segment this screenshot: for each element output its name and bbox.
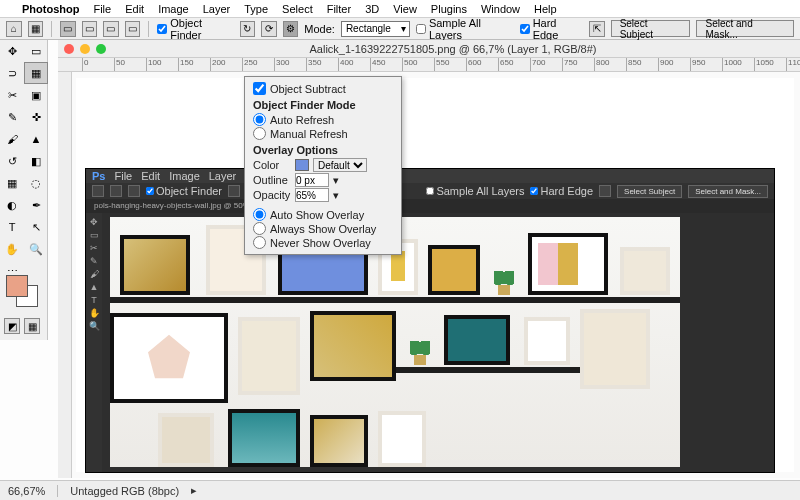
canvas[interactable]: Object Subtract Object Finder Mode Auto … [76,78,794,472]
menu-window[interactable]: Window [481,3,520,15]
menu-help[interactable]: Help [534,3,557,15]
ruler-tick: 450 [370,58,402,71]
marquee-tool-icon[interactable]: ▭ [24,40,48,62]
manual-refresh-radio[interactable]: Manual Refresh [253,127,393,140]
never-show-overlay-radio[interactable]: Never Show Overlay [253,236,393,249]
move-tool-icon[interactable]: ✥ [0,40,24,62]
horizontal-ruler: 0501001502002503003504004505005506006507… [58,58,800,72]
system-menubar: Photoshop File Edit Image Layer Type Sel… [0,0,800,18]
menu-filter[interactable]: Filter [327,3,351,15]
selection-subtract-icon[interactable]: ▭ [103,21,119,37]
dodge-tool-icon[interactable]: ◐ [0,194,24,216]
menu-select[interactable]: Select [282,3,313,15]
ruler-tick: 950 [690,58,722,71]
menu-3d[interactable]: 3D [365,3,379,15]
inner-tool-icon: T [89,295,99,305]
pen-tool-icon[interactable]: ✒ [24,194,48,216]
tool-preset-icon[interactable]: ▦ [28,21,44,37]
auto-show-overlay-radio[interactable]: Auto Show Overlay [253,208,393,221]
ruler-tick: 1000 [722,58,754,71]
eraser-tool-icon[interactable]: ◧ [24,150,48,172]
history-brush-icon[interactable]: ↺ [0,150,24,172]
quickmask-icon[interactable]: ◩ [4,318,20,334]
select-and-mask-button[interactable]: Select and Mask... [696,20,794,37]
menu-edit[interactable]: Edit [125,3,144,15]
chevron-down-icon[interactable]: ▾ [333,189,339,202]
menu-plugins[interactable]: Plugins [431,3,467,15]
screenmode-icon[interactable]: ▦ [24,318,40,334]
inner-export-icon [599,185,611,197]
selection-new-icon[interactable]: ▭ [60,21,76,37]
chevron-down-icon[interactable]: ▾ [333,174,339,187]
inner-sel-icon [110,185,122,197]
eyedropper-tool-icon[interactable]: ✎ [0,106,24,128]
object-subtract-checkbox[interactable]: Object Subtract [253,82,393,95]
home-icon[interactable]: ⌂ [6,21,22,37]
crop-tool-icon[interactable]: ✂ [0,84,24,106]
foreground-color-swatch[interactable] [6,275,28,297]
frame-tool-icon[interactable]: ▣ [24,84,48,106]
inner-tool-icon: ▲ [89,282,99,292]
plant [410,339,430,365]
stamp-tool-icon[interactable]: ▲ [24,128,48,150]
overlay-color-swatch[interactable] [295,159,309,171]
inner-home-icon [92,185,104,197]
inner-menu-edit: Edit [141,170,160,182]
select-subject-button[interactable]: Select Subject [611,20,691,37]
menu-layer[interactable]: Layer [203,3,231,15]
menu-image[interactable]: Image [158,3,189,15]
reveal-icon[interactable]: ⟳ [261,21,277,37]
auto-refresh-radio[interactable]: Auto Refresh [253,113,393,126]
gear-icon[interactable]: ⚙ [283,21,299,37]
close-traffic-light[interactable] [64,44,74,54]
export-icon[interactable]: ⇱ [589,21,605,37]
hand-tool-icon[interactable]: ✋ [0,238,24,260]
gradient-tool-icon[interactable]: ▦ [0,172,24,194]
picture-frame [120,235,190,295]
picture-frame [524,317,570,365]
opacity-input[interactable] [295,188,329,202]
color-profile[interactable]: Untagged RGB (8bpc) [70,485,179,497]
hard-edge-checkbox[interactable]: Hard Edge [520,17,583,41]
path-tool-icon[interactable]: ↖ [24,216,48,238]
document-body: Object Subtract Object Finder Mode Auto … [58,72,800,478]
zoom-tool-icon[interactable]: 🔍 [24,238,48,260]
ruler-tick: 250 [242,58,274,71]
selection-intersect-icon[interactable]: ▭ [125,21,141,37]
document-title: Aalick_1-1639222751805.png @ 66,7% (Laye… [112,43,794,55]
healing-tool-icon[interactable]: ✜ [24,106,48,128]
outline-input[interactable] [295,173,329,187]
ruler-tick: 1100 [786,58,800,71]
mode-select[interactable]: Rectangle [341,21,410,37]
refresh-icon[interactable]: ↻ [240,21,256,37]
app-name[interactable]: Photoshop [22,3,79,15]
blur-tool-icon[interactable]: ◌ [24,172,48,194]
inner-object-finder-checkbox: Object Finder [146,185,222,197]
sample-all-layers-checkbox[interactable]: Sample All Layers [416,17,514,41]
inner-tool-icon: ✥ [89,217,99,227]
minimize-traffic-light[interactable] [80,44,90,54]
selection-add-icon[interactable]: ▭ [82,21,98,37]
hard-edge-label: Hard Edge [533,17,583,41]
brush-tool-icon[interactable]: 🖌 [0,128,24,150]
inner-tools-panel: ✥▭ ✂✎ 🖌▲ T✋ 🔍 [86,213,102,472]
ruler-tick: 550 [434,58,466,71]
inner-select-mask-button: Select and Mask... [688,185,768,198]
chevron-right-icon[interactable]: ▸ [191,484,197,497]
menu-type[interactable]: Type [244,3,268,15]
zoom-level[interactable]: 66,67% [8,485,58,497]
inner-tool-icon: ✎ [89,256,99,266]
always-show-overlay-radio[interactable]: Always Show Overlay [253,222,393,235]
menu-file[interactable]: File [93,3,111,15]
lasso-tool-icon[interactable]: ⊃ [0,62,24,84]
inner-select-subject-button: Select Subject [617,185,682,198]
manual-refresh-label: Manual Refresh [270,128,348,140]
inner-sample-all-checkbox: Sample All Layers [426,185,524,197]
zoom-traffic-light[interactable] [96,44,106,54]
object-finder-checkbox[interactable]: Object Finder [157,17,233,41]
object-selection-tool-icon[interactable]: ▦ [24,62,48,84]
color-swatches[interactable] [6,275,40,309]
type-tool-icon[interactable]: T [0,216,24,238]
menu-view[interactable]: View [393,3,417,15]
overlay-color-select[interactable]: Default [313,158,367,172]
